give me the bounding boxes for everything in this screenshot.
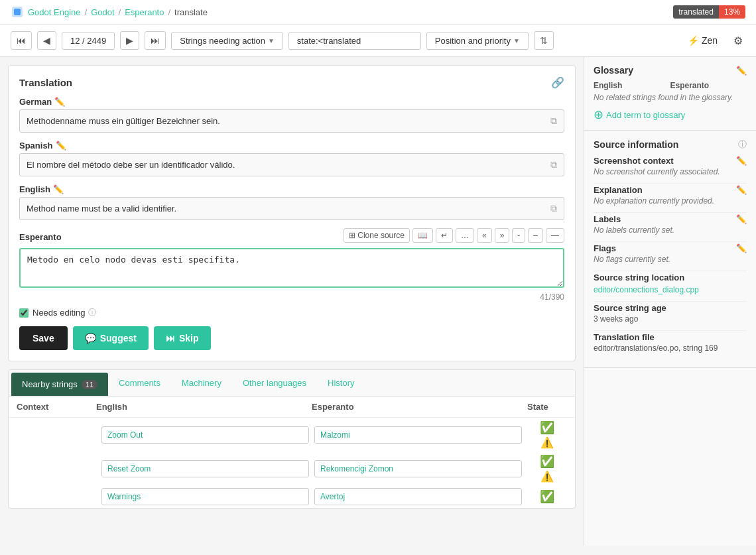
filter-label: Strings needing action [180,36,265,46]
enter-btn[interactable]: ↵ [436,228,453,243]
translation-card-title: Translation [19,77,72,88]
breadcrumb-sep-2: / [119,7,121,17]
file-field: Translation file editor/translations/eo.… [594,332,747,353]
explanation-edit-icon[interactable]: ✏️ [736,185,747,195]
dots-btn[interactable]: … [456,228,474,243]
row2-english-input[interactable] [101,460,309,477]
zen-lightning-icon: ⚡ [688,35,699,46]
flags-value: No flags currently set. [594,255,747,264]
glossary-title: Glossary [594,65,633,76]
breadcrumb-engine[interactable]: Godot Engine [28,7,81,17]
needs-editing-row: Needs editing ⓘ [19,307,564,318]
german-edit-icon[interactable]: ✏️ [54,97,65,107]
table-row: ✅ ⚠️ [9,452,575,485]
glossary-header: Glossary ✏️ [594,65,747,76]
source-info-title: Source information [594,139,678,150]
screenshot-edit-icon[interactable]: ✏️ [736,156,747,166]
nav-next-button[interactable]: ▶ [120,31,139,50]
tab-machinery[interactable]: Machinery [171,371,232,395]
german-label: German ✏️ [19,97,564,107]
needs-editing-checkbox[interactable] [19,308,29,318]
glossary-col-english: English [594,81,670,90]
tab-comments[interactable]: Comments [108,371,171,395]
table-header: Context English Esperanto State [9,397,575,418]
explanation-value: No explanation currently provided. [594,196,747,206]
glossary-cols: English Esperanto [594,81,747,90]
clone-source-button[interactable]: ⊞ Clone source [344,228,410,243]
skip-icon: ⏭ [166,333,175,343]
sort-button[interactable]: Position and priority ▼ [426,32,529,50]
nav-last-button[interactable]: ⏭ [145,31,166,50]
german-value: Methodenname muss ein gültiger Bezeichne… [27,116,550,126]
nav-prev-button[interactable]: ◀ [37,31,56,50]
location-link[interactable]: editor/connections_dialog.cpp [594,285,699,294]
breadcrumb-language[interactable]: Esperanto [125,7,164,17]
suggest-button[interactable]: 💬 Suggest [73,326,149,350]
german-field: Methodenname muss ein gültiger Bezeichne… [19,109,564,133]
spanish-copy-icon[interactable]: ⧉ [550,159,557,170]
row2-state-icons: ✅ ⚠️ [527,454,567,483]
row1-state-icons: ✅ ⚠️ [527,420,567,449]
labels-edit-icon[interactable]: ✏️ [736,214,747,224]
row3-english-input[interactable] [101,488,309,505]
col-context: Context [17,402,96,412]
zen-button[interactable]: ⚡ Zen [680,32,725,49]
explanation-label: Explanation ✏️ [594,185,747,195]
spanish-section: Spanish ✏️ El nombre del método debe ser… [19,141,564,176]
link-icon[interactable]: 🔗 [551,76,564,89]
breadcrumb: Godot Engine / Godot / Esperanto / trans… [11,5,208,19]
esperanto-textarea[interactable] [19,248,564,288]
flags-edit-icon[interactable]: ✏️ [736,243,747,253]
breadcrumb-godot[interactable]: Godot [91,7,114,17]
settings-icon-button[interactable]: ⚙ [731,32,745,50]
row2-esperanto-input[interactable] [314,460,522,477]
suggest-label: Suggest [100,333,137,343]
add-term-button[interactable]: ⊕ Add term to glossary [594,107,685,122]
dash3-btn[interactable]: — [546,228,564,243]
source-info-info-icon[interactable]: ⓘ [738,139,747,151]
skip-button[interactable]: ⏭ Skip [154,326,211,350]
english-copy-icon[interactable]: ⧉ [550,203,557,214]
strings-filter-button[interactable]: Strings needing action ▼ [171,32,283,50]
german-copy-icon[interactable]: ⧉ [550,115,557,127]
tab-nearby-strings[interactable]: Nearby strings 11 [11,373,108,396]
toolbar: ⏮ ◀ 12 / 2449 ▶ ⏭ Strings needing action… [0,25,756,57]
glossary-btn[interactable]: 📖 [412,228,433,243]
badge-translated-label: translated [673,5,719,19]
labels-label: Labels ✏️ [594,214,747,224]
row1-esperanto-input[interactable] [314,426,522,444]
needs-editing-info-icon[interactable]: ⓘ [88,307,96,318]
char-count: 41/390 [19,292,564,302]
sort-direction-button[interactable]: ⇅ [534,31,554,50]
row1-english-input[interactable] [101,426,309,444]
location-label: Source string location [594,273,747,282]
dash2-btn[interactable]: – [528,228,543,243]
glossary-edit-icon[interactable]: ✏️ [736,66,747,76]
tab-other-languages[interactable]: Other languages [232,371,317,395]
save-button[interactable]: Save [19,326,68,350]
quote-close-btn[interactable]: » [495,228,510,243]
sort-arrow-icon: ▼ [513,37,520,44]
dash1-btn[interactable]: - [512,228,525,243]
spanish-value: El nombre del método debe ser un identif… [27,160,550,170]
needs-editing-label: Needs editing ⓘ [32,307,96,318]
row3-esperanto-input[interactable] [314,488,522,505]
file-label: Translation file [594,332,747,342]
table-row: ✅ ⚠️ [9,418,575,452]
esperanto-toolbar: ⊞ Clone source 📖 ↵ … « » - – — [344,228,564,243]
quote-open-btn[interactable]: « [477,228,492,243]
state-filter-display[interactable]: state:<translated [288,32,421,50]
spanish-edit-icon[interactable]: ✏️ [56,141,66,151]
nav-first-button[interactable]: ⏮ [11,31,32,50]
tab-history[interactable]: History [317,371,365,395]
suggest-icon: 💬 [85,333,96,343]
clone-source-label: Clone source [357,231,405,240]
skip-label: Skip [179,333,199,343]
flags-label: Flags ✏️ [594,243,747,253]
english-edit-icon[interactable]: ✏️ [53,184,64,194]
add-term-icon: ⊕ [594,107,603,122]
tabs-header: Nearby strings 11 Comments Machinery Oth… [9,370,575,397]
zen-label: Zen [702,35,718,46]
godot-icon [11,5,24,19]
col-state: State [527,402,567,412]
